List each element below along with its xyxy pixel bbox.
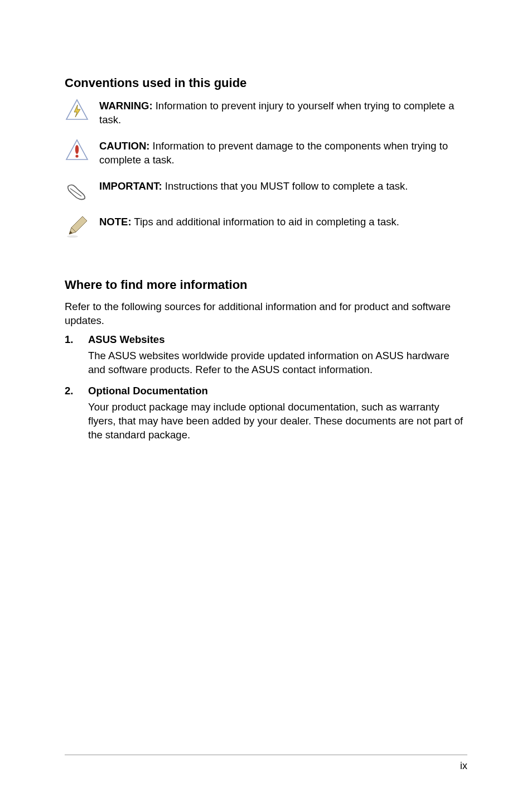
list-item-title: Optional Documentation (88, 385, 467, 397)
list-item-text: Your product package may include optiona… (88, 400, 467, 442)
convention-text: WARNING: Information to prevent injury t… (99, 98, 467, 127)
convention-text: CAUTION: Information to prevent damage t… (99, 138, 467, 167)
moreinfo-list: 1. ASUS Websites The ASUS websites world… (65, 334, 467, 442)
convention-desc: Tips and additional information to aid i… (132, 216, 399, 228)
convention-label: WARNING: (99, 100, 153, 112)
svg-point-4 (75, 154, 78, 157)
warning-bolt-icon (65, 98, 89, 123)
pencil-note-icon (65, 214, 89, 239)
svg-marker-1 (74, 105, 80, 117)
page-number: ix (460, 760, 467, 772)
moreinfo-item-asus-websites: 1. ASUS Websites The ASUS websites world… (65, 334, 467, 377)
footer-divider (65, 755, 467, 755)
moreinfo-heading: Where to find more information (65, 278, 467, 292)
svg-point-5 (67, 235, 78, 238)
convention-label: CAUTION: (99, 140, 149, 152)
caution-exclaim-icon (65, 138, 89, 163)
convention-warning: WARNING: Information to prevent injury t… (65, 98, 467, 127)
moreinfo-intro: Refer to the following sources for addit… (65, 300, 467, 328)
convention-important: IMPORTANT: Instructions that you MUST fo… (65, 178, 467, 203)
moreinfo-item-optional-documentation: 2. Optional Documentation Your product p… (65, 385, 467, 442)
convention-label: IMPORTANT: (99, 180, 162, 192)
convention-desc: Information to prevent injury to yoursel… (99, 100, 454, 125)
convention-caution: CAUTION: Information to prevent damage t… (65, 138, 467, 167)
convention-note: NOTE: Tips and additional information to… (65, 214, 467, 239)
convention-text: IMPORTANT: Instructions that you MUST fo… (99, 178, 467, 194)
convention-desc: Information to prevent damage to the com… (99, 140, 448, 166)
list-item-title: ASUS Websites (88, 334, 467, 346)
hand-pointing-icon (65, 178, 89, 203)
list-index: 2. (65, 385, 76, 442)
conventions-heading: Conventions used in this guide (65, 76, 467, 90)
list-item-text: The ASUS websites worldwide provide upda… (88, 349, 467, 377)
convention-text: NOTE: Tips and additional information to… (99, 214, 467, 229)
conventions-list: WARNING: Information to prevent injury t… (65, 98, 467, 239)
convention-label: NOTE: (99, 216, 132, 228)
svg-point-3 (75, 145, 79, 154)
list-index: 1. (65, 334, 76, 377)
convention-desc: Instructions that you MUST follow to com… (162, 180, 408, 192)
